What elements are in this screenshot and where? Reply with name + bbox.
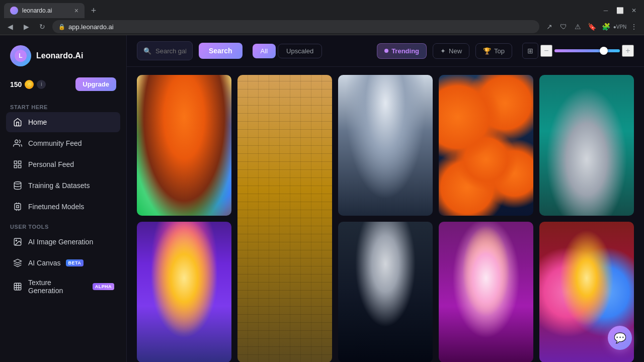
new-button[interactable]: ✦ New	[433, 43, 469, 59]
address-bar[interactable]: 🔒 app.leonardo.ai	[52, 20, 539, 33]
no-btn-4[interactable]: ⊘	[494, 79, 510, 95]
gallery-card-pink-girl[interactable]: # ⊘ ⛶	[439, 222, 533, 362]
tab-close-btn[interactable]: ×	[74, 7, 78, 15]
maximize-btn[interactable]: ⬜	[614, 5, 626, 17]
no-btn-6[interactable]: ⊘	[192, 226, 208, 242]
filter-tabs: All Upscaled	[253, 44, 323, 58]
new-tab-btn[interactable]: +	[87, 4, 101, 18]
trending-dot	[384, 49, 388, 53]
svg-rect-5	[14, 165, 17, 168]
gallery-card-anime-girl[interactable]: # ⊘ ⛶	[137, 222, 231, 362]
sidebar-item-ai-canvas[interactable]: AI Canvas BETA	[6, 253, 120, 273]
no-btn-3[interactable]: ⊘	[393, 79, 410, 95]
sidebar-item-label-training: Training & Datasets	[28, 182, 90, 190]
expand-btn-8[interactable]: ⛶	[513, 226, 529, 242]
search-icon: 🔍	[143, 47, 151, 55]
minimize-btn[interactable]: ─	[600, 5, 612, 17]
logo-text: Leonardo.Ai	[36, 51, 83, 60]
tab-all[interactable]: All	[253, 44, 276, 58]
sidebar: L Leonardo.Ai 150 🪙 i Upgrade Start Here…	[0, 35, 127, 362]
remix-btn-5[interactable]: #	[576, 79, 592, 95]
close-btn[interactable]: ✕	[628, 5, 640, 17]
gallery-card-lion[interactable]: # ⊘ ⛶	[137, 75, 231, 216]
sidebar-item-ai-image-generation[interactable]: AI Image Generation	[6, 232, 120, 252]
sidebar-item-texture-generation[interactable]: Texture Generation ALPHA	[6, 274, 120, 299]
active-tab[interactable]: leonardo.ai ×	[4, 3, 85, 18]
sidebar-item-personal-feed[interactable]: Personal Feed	[6, 154, 120, 174]
no-btn-9[interactable]: ⊘	[595, 226, 611, 242]
no-btn[interactable]: ⊘	[192, 79, 208, 95]
gallery-card-flowers[interactable]: # ⊘ ⛶	[439, 75, 533, 216]
svg-marker-16	[14, 259, 22, 263]
svg-point-7	[14, 182, 21, 185]
expand-btn-9[interactable]: ⛶	[614, 226, 630, 242]
refresh-btn[interactable]: ↻	[36, 21, 48, 33]
extension-btn[interactable]: 🧩	[600, 21, 612, 33]
warning-btn[interactable]: ⚠	[572, 21, 584, 33]
vpn-btn[interactable]: ●VPN	[614, 21, 626, 33]
remix-btn-8[interactable]: #	[475, 226, 491, 242]
no-btn-8[interactable]: ⊘	[494, 226, 510, 242]
zoom-slider[interactable]	[554, 49, 620, 52]
grid-view-btn[interactable]: ⊞	[522, 43, 538, 59]
top-toolbar: 🔍 Search All Upscaled Trending ✦ New 🏆 T…	[127, 35, 644, 67]
search-button[interactable]: Search	[199, 43, 243, 59]
gallery-card-hieroglyphs[interactable]: # ⊘ ⛶	[237, 75, 332, 362]
sidebar-item-label-community: Community Feed	[28, 139, 82, 147]
svg-rect-3	[14, 161, 17, 163]
sidebar-item-home[interactable]: Home	[6, 112, 120, 132]
share-btn[interactable]: ↗	[543, 21, 555, 33]
svg-rect-9	[17, 206, 19, 208]
bookmark-btn[interactable]: 🔖	[586, 21, 598, 33]
remix-btn-4[interactable]: #	[475, 79, 491, 95]
user-tools-label: User Tools	[6, 220, 120, 232]
remix-btn[interactable]: #	[173, 79, 189, 95]
sidebar-item-training-datasets[interactable]: Training & Datasets	[6, 175, 120, 196]
zoom-in-btn[interactable]: +	[622, 45, 634, 57]
svg-rect-8	[15, 204, 21, 210]
back-btn[interactable]: ◀	[4, 21, 16, 33]
sidebar-item-label-finetuned: Finetuned Models	[28, 203, 84, 211]
expand-btn[interactable]: ⛶	[211, 79, 227, 95]
remix-btn-6[interactable]: #	[173, 226, 189, 242]
expand-btn-5[interactable]: ⛶	[614, 79, 630, 95]
expand-btn-7[interactable]: ⛶	[413, 226, 429, 242]
sidebar-item-finetuned-models[interactable]: Finetuned Models	[6, 197, 120, 217]
trending-button[interactable]: Trending	[377, 43, 427, 59]
forward-btn[interactable]: ▶	[20, 21, 32, 33]
remix-btn-7[interactable]: ⊘	[393, 226, 410, 242]
zoom-thumb[interactable]	[600, 47, 608, 55]
info-btn[interactable]: i	[37, 80, 46, 89]
view-controls: ⊞ − +	[522, 43, 634, 59]
trophy-icon: 🏆	[483, 47, 491, 55]
url-text: app.leonardo.ai	[68, 23, 114, 31]
alpha-badge: ALPHA	[93, 283, 114, 290]
image-icon	[12, 236, 23, 247]
sidebar-item-community-feed[interactable]: Community Feed	[6, 133, 120, 153]
chat-button[interactable]: 💬	[608, 326, 632, 350]
upgrade-button[interactable]: Upgrade	[75, 77, 116, 91]
shield-btn[interactable]: 🛡	[557, 21, 570, 33]
expand-btn-2[interactable]: ⛶	[312, 79, 328, 95]
gallery-card-koala[interactable]: # ⊘ ⛶	[539, 75, 634, 216]
lock-icon: 🔒	[58, 24, 65, 30]
expand-btn-6[interactable]: ⛶	[211, 226, 227, 242]
app-container: L Leonardo.Ai 150 🪙 i Upgrade Start Here…	[0, 35, 644, 362]
expand-btn-3[interactable]: ⛶	[413, 79, 429, 95]
remix-btn-2[interactable]: #	[274, 79, 290, 95]
remix-btn-9[interactable]: #	[576, 226, 592, 242]
search-input[interactable]	[155, 47, 186, 55]
gallery-card-warrior[interactable]: # ⊘ ⛶	[338, 75, 433, 216]
zoom-out-btn[interactable]: −	[540, 45, 552, 57]
top-button[interactable]: 🏆 Top	[475, 43, 512, 59]
no-btn-5[interactable]: ⊘	[595, 79, 611, 95]
menu-btn[interactable]: ⋮	[628, 21, 640, 33]
tab-upscaled[interactable]: Upscaled	[278, 44, 322, 58]
gallery-card-dark-woman[interactable]: ⊘ ⛶	[338, 222, 433, 362]
svg-rect-17	[14, 283, 21, 290]
no-btn-2[interactable]: ⊘	[293, 79, 309, 95]
sparkle-icon: ✦	[440, 47, 446, 55]
new-label: New	[449, 47, 462, 55]
remix-btn-3[interactable]: #	[374, 79, 390, 95]
expand-btn-4[interactable]: ⛶	[513, 79, 529, 95]
